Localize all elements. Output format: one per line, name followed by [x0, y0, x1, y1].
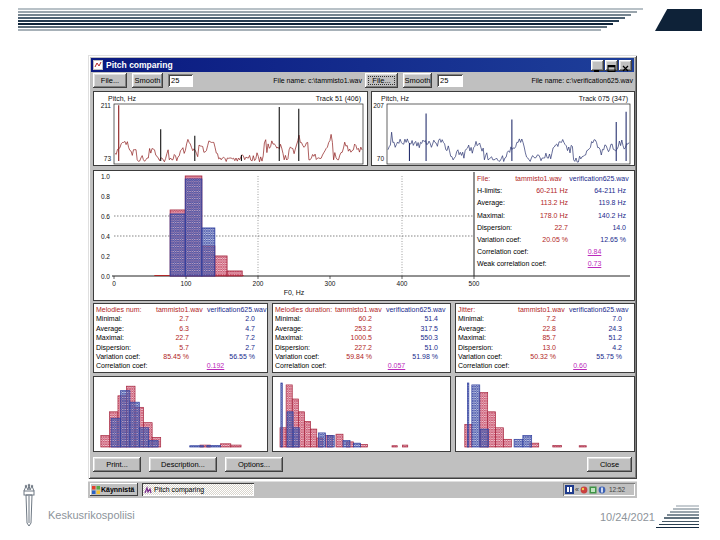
start-button[interactable]: Käynnistä [90, 483, 138, 496]
file-button-right[interactable]: File... [365, 73, 398, 88]
tray-icon-2[interactable] [589, 486, 597, 494]
header-stripe [18, 26, 607, 28]
header-stripe [18, 8, 643, 10]
histogram-panel-melodies-duration [272, 376, 451, 452]
footer-stripe [676, 505, 699, 507]
svg-text:100: 100 [181, 280, 192, 287]
svg-text:F0, Hz: F0, Hz [284, 289, 305, 296]
keyboard-layout-icon[interactable] [565, 485, 574, 494]
stat-row: H-limits:60-211 Hz64-211 Hz [477, 185, 632, 197]
svg-text:500: 500 [469, 280, 480, 287]
svg-text:Track 075 (347): Track 075 (347) [579, 95, 628, 103]
system-tray: « 12:52 [563, 483, 635, 496]
smooth-value-right[interactable]: 25 [437, 74, 463, 87]
svg-text:300: 300 [325, 280, 336, 287]
start-button-label: Käynnistä [101, 486, 134, 493]
stat-row: Correlation coef:0.84 [477, 246, 632, 258]
print-button[interactable]: Print... [93, 457, 141, 472]
file-name-label-left: File name: c:\tammisto1.wav [208, 77, 362, 84]
histogram-panel-jitter [455, 376, 635, 452]
svg-text:0.2: 0.2 [101, 253, 110, 260]
close-dialog-button[interactable]: Close [587, 457, 632, 472]
slide: Pitch comparing File... Smooth 25 File n… [0, 0, 720, 540]
krp-logo [16, 483, 42, 528]
svg-text:0: 0 [112, 280, 116, 287]
f0-histogram-panel: 1.00.80.60.40.20.00100200300400500F0, Hz… [93, 170, 635, 301]
svg-text:400: 400 [397, 280, 408, 287]
footer-stripe [673, 508, 699, 510]
options-button[interactable]: Options... [225, 457, 283, 472]
svg-text:207: 207 [373, 102, 384, 109]
stats-panel-melodies-num: Melodies num:tammisto1.wavverification62… [93, 303, 268, 373]
stat-row: Dispersion:22.714.0 [477, 222, 632, 234]
pitch-track-panel-left: Pitch, HzTrack 51 (406)21173 [93, 91, 368, 166]
stat-row: Variation coef:20.05 %12.65 % [477, 234, 632, 246]
header-stripe [18, 11, 637, 13]
stat-row: Maximal:178.0 Hz140.2 Hz [477, 210, 632, 222]
svg-text:0.4: 0.4 [101, 233, 110, 240]
svg-text:0.0: 0.0 [101, 273, 110, 280]
task-button-label: Pitch comparing [154, 486, 204, 493]
histogram-panel-melodies-num [93, 376, 268, 452]
taskbar: Käynnistä Pitch comparing « 12:52 [88, 480, 637, 498]
footer-stripe [670, 511, 699, 513]
svg-text:200: 200 [253, 280, 264, 287]
smooth-value-left[interactable]: 25 [168, 74, 193, 87]
stats-table: Melodies duration:tammisto1.wavverificat… [275, 305, 448, 371]
file-button-left[interactable]: File... [93, 73, 127, 88]
f0-stats-table: File:tammisto1.wavverification625.wavH-l… [477, 173, 632, 276]
footer-stripe [664, 517, 699, 519]
svg-text:0.6: 0.6 [101, 213, 110, 220]
svg-text:Pitch, Hz: Pitch, Hz [108, 95, 137, 102]
footer-stripe [662, 521, 700, 523]
windows-logo-icon [92, 486, 100, 494]
stats-table: Jitter:tammisto1.wavverification625.wavM… [458, 305, 632, 371]
stats-table: Melodies num:tammisto1.wavverification62… [96, 305, 265, 371]
svg-text:0.8: 0.8 [101, 193, 110, 200]
header-stripe [18, 17, 625, 19]
tray-icon-1[interactable] [580, 486, 588, 494]
footer-organization: Keskusrikospoliisi [48, 509, 135, 521]
tray-chevron-icon[interactable]: « [575, 486, 579, 493]
svg-text:Track 51 (406): Track 51 (406) [316, 95, 361, 103]
stat-row: Weak correlation coef:0.73 [477, 258, 632, 270]
window-titlebar: Pitch comparing [91, 58, 634, 72]
header-stripe [18, 29, 601, 31]
footer-stripe [667, 514, 699, 516]
header-stripe [18, 14, 631, 16]
footer-date: 10/24/2021 [593, 511, 655, 523]
svg-text:211: 211 [101, 102, 112, 109]
maximize-button[interactable] [605, 60, 618, 71]
stats-panel-jitter: Jitter:tammisto1.wavverification625.wavM… [455, 303, 635, 373]
header-stripes [0, 0, 720, 40]
description-button[interactable]: Description... [149, 457, 217, 472]
header-stripe [18, 23, 613, 25]
smooth-button-right[interactable]: Smooth [403, 73, 432, 88]
tray-icon-3[interactable] [598, 486, 606, 494]
footer-stripe [659, 524, 699, 526]
stat-row: Average:113.2 Hz119.8 Hz [477, 197, 632, 209]
smooth-button-left[interactable]: Smooth [132, 73, 163, 88]
window-title: Pitch comparing [106, 60, 590, 70]
minimize-button[interactable] [591, 60, 604, 71]
pitch-comparing-window: Pitch comparing File... Smooth 25 File n… [88, 55, 637, 479]
svg-text:1.0: 1.0 [101, 173, 110, 180]
svg-text:73: 73 [104, 155, 112, 162]
close-button[interactable] [619, 60, 632, 71]
file-name-label-right: File name: c:\verification625.wav [473, 77, 633, 84]
stats-panel-melodies-duration: Melodies duration:tammisto1.wavverificat… [272, 303, 451, 373]
tray-clock: 12:52 [609, 486, 625, 493]
svg-text:70: 70 [377, 155, 385, 162]
task-icon [144, 486, 152, 494]
footer-stripe [656, 527, 699, 529]
header-stripe [18, 20, 619, 22]
svg-text:Pitch, Hz: Pitch, Hz [381, 95, 410, 102]
taskbar-task-pitch-comparing[interactable]: Pitch comparing [142, 483, 254, 496]
app-icon [93, 60, 103, 70]
pitch-track-panel-right: Pitch, HzTrack 075 (347)20770 [371, 91, 635, 166]
stat-row: File:tammisto1.wavverification625.wav [477, 173, 632, 185]
